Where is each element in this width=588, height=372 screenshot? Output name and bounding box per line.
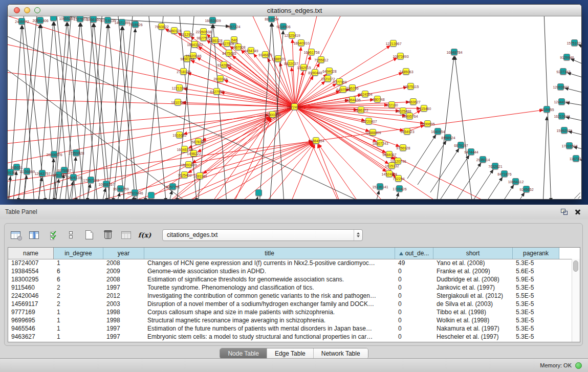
table-cell[interactable]: Genome-wide association studies in ADHD.	[144, 268, 395, 275]
table-scrollbar[interactable]	[572, 259, 580, 342]
table-cell[interactable]: 22420046	[8, 292, 54, 299]
network-node[interactable]	[558, 113, 565, 119]
network-node[interactable]	[209, 17, 216, 24]
network-node[interactable]	[169, 183, 176, 190]
network-node[interactable]	[396, 185, 403, 192]
network-node[interactable]	[492, 163, 498, 169]
close-window-button[interactable]	[14, 7, 20, 13]
network-node[interactable]	[39, 170, 46, 177]
table-cell[interactable]: 0	[395, 300, 433, 308]
network-node[interactable]	[24, 168, 30, 174]
network-node[interactable]	[336, 78, 343, 85]
network-node[interactable]	[180, 68, 187, 75]
table-cell[interactable]: Investigating the contribution of common…	[144, 292, 395, 299]
table-row[interactable]: 946362711997Embryonic stem cells: a mode…	[8, 333, 572, 341]
network-node[interactable]	[289, 32, 295, 38]
network-node[interactable]	[400, 144, 406, 151]
network-node[interactable]	[563, 54, 570, 60]
network-node[interactable]	[230, 23, 236, 30]
table-cell[interactable]: 19384554	[8, 268, 54, 275]
table-settings-button[interactable]	[9, 228, 23, 242]
table-cell[interactable]: 0	[395, 284, 433, 291]
network-node[interactable]	[298, 39, 304, 46]
network-node[interactable]	[374, 96, 381, 102]
network-node[interactable]	[386, 170, 393, 177]
network-node[interactable]	[400, 107, 406, 114]
table-cell[interactable]: Structural magnetic resonance image aver…	[144, 317, 395, 324]
table-row[interactable]: 1938455462009Genome-wide association stu…	[8, 267, 572, 275]
table-cell[interactable]: Jankovic et al. (1997)	[433, 284, 513, 291]
network-node[interactable]	[224, 40, 230, 47]
network-node[interactable]	[51, 151, 57, 158]
network-node[interactable]	[326, 68, 333, 74]
network-node[interactable]	[158, 23, 165, 30]
column-header-title[interactable]: title	[144, 248, 395, 259]
select-columns-button[interactable]	[46, 228, 59, 242]
table-cell[interactable]: 5.9E-5	[513, 276, 559, 283]
network-node[interactable]	[406, 113, 413, 119]
network-node[interactable]	[8, 169, 14, 176]
network-node[interactable]	[365, 118, 372, 124]
network-node[interactable]	[340, 86, 346, 93]
table-cell[interactable]: Estimation of significance thresholds fo…	[144, 276, 395, 283]
table-row[interactable]: 1830029562008Estimation of significance …	[8, 275, 572, 283]
network-node[interactable]	[200, 34, 207, 41]
network-node[interactable]	[407, 83, 414, 90]
table-cell[interactable]: 6	[54, 268, 103, 275]
table-cell[interactable]: 5.3E-5	[513, 300, 559, 308]
network-node[interactable]	[132, 189, 138, 196]
table-cell[interactable]: Estimation of the future numbers of pati…	[144, 325, 395, 332]
table-cell[interactable]: 5.3E-5	[513, 333, 559, 340]
network-node[interactable]	[235, 43, 242, 50]
network-node[interactable]	[176, 84, 183, 91]
network-node[interactable]	[226, 50, 232, 56]
table-cell[interactable]: 18724007	[8, 259, 54, 267]
network-node[interactable]	[324, 75, 331, 82]
table-cell[interactable]: 0	[395, 309, 433, 316]
table-cell[interactable]: 49	[395, 259, 433, 267]
network-node[interactable]	[61, 167, 68, 173]
network-node[interactable]	[255, 189, 262, 196]
table-cell[interactable]: Wolkin et al. (1998)	[433, 317, 513, 324]
network-node[interactable]	[184, 31, 190, 37]
network-node[interactable]	[37, 17, 43, 24]
network-node[interactable]	[523, 186, 530, 192]
network-node[interactable]	[561, 127, 568, 134]
table-cell[interactable]: 2012	[103, 292, 144, 299]
table-cell[interactable]: Embryonic stem cells: a model to study s…	[144, 333, 395, 340]
table-cell[interactable]: Stergiakouli et al. (2012)	[433, 292, 513, 299]
table-cell[interactable]: 2	[54, 300, 103, 308]
minimize-window-button[interactable]	[24, 7, 30, 13]
network-node[interactable]	[119, 19, 125, 26]
table-cell[interactable]: Franke et al. (2009)	[433, 268, 513, 275]
network-node[interactable]	[90, 16, 97, 23]
table-row[interactable]: 977716911998Corpus callosum shape and si…	[8, 308, 572, 316]
network-node[interactable]	[501, 170, 508, 177]
table-row[interactable]: 911546021997Tourette syndrome. Phenomeno…	[8, 283, 572, 292]
network-node[interactable]	[148, 192, 155, 199]
network-node[interactable]	[132, 21, 139, 28]
table-cell[interactable]: 0	[395, 276, 433, 283]
network-node[interactable]	[397, 53, 404, 59]
network-node[interactable]	[573, 155, 579, 162]
network-node[interactable]	[212, 37, 219, 43]
table-cell[interactable]: 5.6E-5	[513, 268, 559, 275]
table-cell[interactable]: 1	[54, 333, 103, 340]
network-node[interactable]	[63, 16, 70, 21]
network-node[interactable]	[171, 27, 178, 34]
table-cell[interactable]: Dudbridge et al. (2008)	[433, 276, 513, 283]
network-node[interactable]	[434, 128, 441, 135]
table-row[interactable]: 1872400712008Changes of HCN gene express…	[8, 259, 572, 267]
table-cell[interactable]: de Silva et al. (2003)	[433, 300, 513, 308]
table-cell[interactable]: 5.3E-5	[513, 317, 559, 324]
table-cell[interactable]: 2008	[103, 259, 144, 267]
network-node[interactable]	[221, 61, 227, 68]
network-node[interactable]	[291, 103, 298, 110]
network-node[interactable]	[424, 120, 431, 127]
network-node[interactable]	[395, 158, 401, 164]
table-row[interactable]: 969969511998Structural magnetic resonanc…	[8, 316, 572, 324]
table-cell[interactable]: 1	[54, 309, 103, 316]
show-columns-button[interactable]	[27, 228, 41, 242]
network-node[interactable]	[386, 151, 393, 158]
network-node[interactable]	[197, 172, 203, 179]
